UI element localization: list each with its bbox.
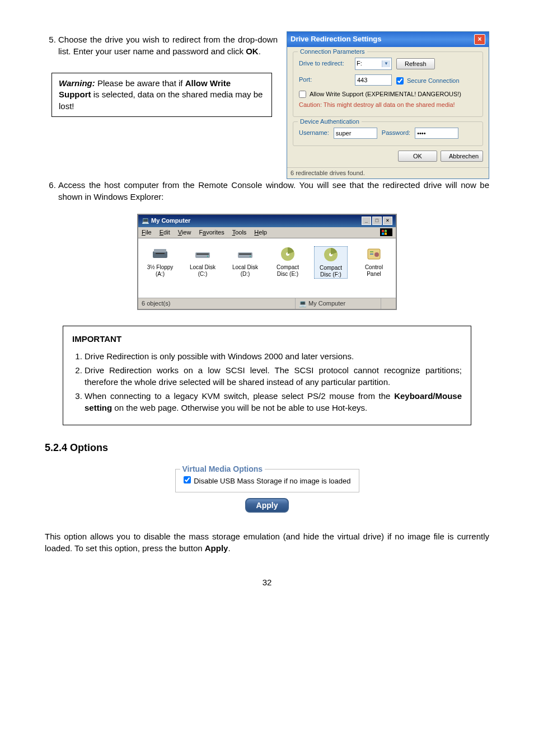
svg-rect-7	[239, 253, 251, 255]
important-heading: IMPORTANT	[72, 333, 462, 345]
drive-redirection-dialog: Drive Redirection Settings × Connection …	[287, 31, 489, 179]
secure-conn-label: Secure Connection	[407, 77, 460, 85]
cd-icon	[322, 247, 340, 262]
step5-b: .	[259, 46, 261, 56]
step6-text: Access the host computer from the Remote…	[58, 179, 489, 203]
status-objects: 6 object(s)	[138, 298, 296, 309]
port-label: Port:	[299, 76, 350, 84]
cd-icon	[279, 246, 297, 262]
refresh-button[interactable]: Refresh	[396, 58, 435, 69]
svg-rect-4	[196, 253, 209, 255]
caution-text: Caution: This might destroy all data on …	[299, 101, 477, 109]
explorer-title-text: My Computer	[151, 217, 190, 224]
password-input[interactable]	[415, 128, 458, 139]
svg-point-8	[250, 256, 251, 257]
bot-b: .	[228, 543, 230, 553]
close-icon[interactable]: ×	[474, 34, 485, 45]
secure-conn-checkbox[interactable]	[396, 77, 404, 84]
control-panel-icon	[365, 246, 383, 262]
step5-bold: OK	[246, 46, 259, 56]
drive-redirect-label: Drive to redirect:	[299, 59, 350, 68]
port-input[interactable]	[355, 74, 392, 86]
bot-bold: Apply	[205, 543, 228, 553]
hdd-icon	[236, 246, 254, 262]
drive-select[interactable]: F: ▼	[355, 58, 392, 70]
svg-point-5	[207, 256, 208, 257]
local-disk-c-item[interactable]: Local Disk (C:)	[186, 246, 219, 279]
important-2: Drive Redirection works on a low SCSI le…	[85, 364, 462, 388]
warning-label: Warning:	[59, 78, 95, 88]
auth-legend: Device Authentication	[298, 118, 362, 126]
svg-rect-2	[156, 253, 165, 254]
menu-view[interactable]: View	[178, 228, 191, 237]
vmo-fieldset: Virtual Media Options Disable USB Mass S…	[175, 469, 359, 492]
section-heading: 5.2.4 Options	[45, 441, 489, 455]
ok-button[interactable]: OK	[398, 151, 437, 162]
floppy-icon	[151, 246, 169, 262]
explorer-window: 💻 My Computer _ □ × File Edit View Favor…	[137, 214, 397, 310]
local-disk-d-item[interactable]: Local Disk (D:)	[229, 246, 261, 279]
i3-a: When connecting to a legacy KVM switch, …	[85, 391, 394, 401]
compact-disc-e-item[interactable]: Compact Disc (E:)	[271, 246, 304, 279]
username-label: Username:	[299, 129, 329, 137]
svg-rect-1	[154, 249, 166, 252]
important-1: Drive Redirection is only possible with …	[85, 350, 462, 362]
dialog-titlebar: Drive Redirection Settings ×	[287, 32, 489, 47]
control-panel-item[interactable]: Control Panel	[358, 246, 390, 279]
compact-disc-f-item[interactable]: Compact Disc (F:)	[314, 246, 348, 279]
allow-write-checkbox[interactable]	[299, 91, 306, 98]
disable-usb-checkbox[interactable]	[184, 476, 191, 483]
allow-write-label: Allow Write Support (EXPERIMENTAL! DANGE…	[310, 90, 461, 98]
i3-b: on the web page. Otherwise you will be n…	[112, 403, 367, 412]
important-box: IMPORTANT Drive Redirection is only poss…	[63, 326, 471, 425]
chevron-down-icon: ▼	[382, 60, 390, 67]
bot-a: This option allows you to disable the ma…	[45, 532, 489, 553]
hdd-icon	[194, 246, 212, 262]
warning-box: Warning: Please be aware that if Allow W…	[51, 73, 272, 117]
cancel-button[interactable]: Abbrechen	[441, 151, 483, 162]
vmo-legend: Virtual Media Options	[180, 464, 265, 475]
page-number: 32	[45, 576, 489, 588]
menu-favorites[interactable]: Favorites	[199, 228, 224, 237]
maximize-icon[interactable]: □	[372, 217, 382, 225]
device-auth-fieldset: Device Authentication Username: Password…	[293, 121, 483, 146]
svg-rect-3	[195, 252, 210, 258]
disable-usb-label: Disable USB Mass Storage if no image is …	[194, 477, 350, 485]
step5-text: Choose the drive you wish to redirect fr…	[58, 34, 278, 57]
svg-rect-6	[238, 252, 252, 258]
dialog-title-text: Drive Redirection Settings	[291, 34, 382, 44]
bottom-paragraph: This option allows you to disable the ma…	[45, 530, 489, 554]
windows-flag-icon	[380, 228, 392, 236]
warning-a: Please be aware that if	[95, 78, 185, 88]
close-window-icon[interactable]: ×	[383, 217, 392, 225]
username-input[interactable]	[334, 128, 377, 139]
minimize-icon[interactable]: _	[362, 217, 371, 225]
status-location: 💻 My Computer	[296, 298, 381, 309]
svg-point-16	[374, 252, 379, 257]
menu-edit[interactable]: Edit	[160, 228, 170, 237]
menu-file[interactable]: File	[142, 228, 152, 237]
svg-rect-14	[370, 251, 373, 252]
explorer-icons: 3½ Floppy (A:) Local Disk (C:) Local Dis…	[138, 238, 396, 298]
cd-e-label: Compact Disc (E:)	[277, 264, 299, 277]
apply-button[interactable]: Apply	[245, 498, 289, 513]
connection-parameters-fieldset: Connection Parameters Drive to redirect:…	[293, 51, 483, 117]
step5-a: Choose the drive you wish to redirect fr…	[58, 35, 278, 56]
menu-help[interactable]: Help	[254, 228, 267, 237]
resize-grip-icon	[381, 298, 396, 309]
drive-select-value: F:	[357, 59, 362, 68]
svg-rect-15	[370, 253, 373, 255]
explorer-status-bar: 6 object(s) 💻 My Computer	[138, 298, 396, 309]
menu-tools[interactable]: Tools	[232, 228, 247, 237]
local-d-label: Local Disk (D:)	[232, 264, 258, 277]
important-3: When connecting to a legacy KVM switch, …	[85, 390, 462, 414]
cd-f-label: Compact Disc (F:)	[320, 265, 342, 278]
control-panel-label: Control Panel	[365, 264, 383, 277]
password-label: Password:	[382, 129, 410, 137]
explorer-titlebar: 💻 My Computer _ □ ×	[138, 215, 396, 227]
dialog-status: 6 redirectable drives found.	[287, 167, 489, 179]
vmo-check-row: Disable USB Mass Storage if no image is …	[184, 477, 351, 485]
menu-bar: File Edit View Favorites Tools Help	[138, 227, 396, 238]
floppy-drive-item[interactable]: 3½ Floppy (A:)	[144, 246, 176, 279]
conn-legend: Connection Parameters	[298, 48, 367, 56]
